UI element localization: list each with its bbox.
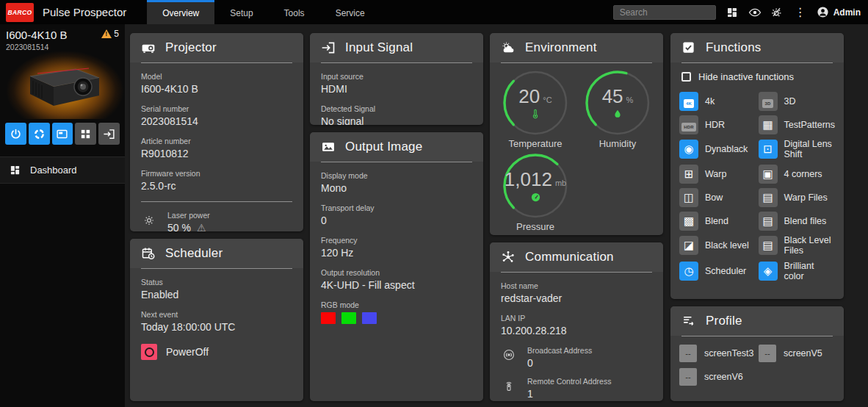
card-title: Output Image: [345, 140, 422, 154]
gauge-humidity: 45%Humidity: [576, 69, 659, 149]
field-value: 2023081514: [141, 115, 292, 127]
power-button[interactable]: [5, 123, 26, 145]
tab-overview[interactable]: Overview: [147, 0, 214, 24]
tab-service[interactable]: Service: [320, 0, 380, 24]
laser-warning-icon: ⚠: [197, 222, 206, 231]
field: Transport delay0: [321, 204, 472, 226]
profile-badge[interactable]: --: [679, 368, 697, 386]
function-item-hdr: HDRHDR: [679, 115, 756, 134]
field: LAN IP10.200.28.218: [501, 314, 652, 336]
osd-button[interactable]: [52, 123, 73, 145]
tab-bar: OverviewSetupToolsService: [147, 0, 380, 24]
hide-inactive-label: Hide inactive functions: [698, 71, 794, 82]
hdr-function-button[interactable]: HDR: [679, 115, 698, 134]
topbar-actions: ⋮ Admin: [613, 0, 861, 24]
hdr-icon: HDR: [681, 118, 696, 132]
profile-label: screenTest3: [704, 348, 753, 359]
device-warnings[interactable]: 5: [101, 29, 119, 39]
lights-off-icon[interactable]: [771, 6, 784, 19]
output-image-icon: [321, 140, 336, 154]
gauge-icon: [530, 192, 541, 204]
warp-files-function-button[interactable]: ▤: [759, 188, 778, 207]
test-pattern-button[interactable]: [75, 123, 96, 145]
field-label: Detected Signal: [321, 104, 472, 113]
kebab-menu-icon[interactable]: ⋮: [794, 6, 807, 19]
field-value: HDMI: [321, 83, 472, 95]
bow-icon: ◫: [684, 191, 694, 204]
function-label: Scheduler: [705, 266, 746, 276]
test-patterns-function-button[interactable]: ▦: [759, 115, 778, 134]
profile-item: --screenTest3: [679, 345, 756, 362]
blend-files-function-button[interactable]: ▤: [759, 212, 778, 231]
gauge-temperature: 20°CTemperature: [494, 69, 576, 149]
hide-inactive-checkbox[interactable]: [681, 72, 691, 82]
field-label: Status: [141, 278, 292, 287]
field-label: Article number: [141, 137, 292, 145]
shutter-button[interactable]: [29, 123, 50, 145]
environment-card: Environment 20°CTemperature45%Humidity1,…: [490, 33, 663, 235]
search-input[interactable]: [613, 5, 716, 20]
eye-icon[interactable]: [748, 6, 762, 19]
brilliant-color-icon: ◈: [764, 264, 773, 278]
tab-tools[interactable]: Tools: [269, 0, 320, 24]
field: Host nameredstar-vader: [501, 281, 652, 304]
card-title: Input Signal: [345, 40, 413, 55]
3d-function-button[interactable]: 3D: [759, 92, 778, 111]
output-image-card: Output Image Display modeMonoTransport d…: [310, 132, 483, 401]
laser-power-row: Laser power 50 %⚠: [130, 209, 303, 231]
profile-badge[interactable]: --: [679, 345, 697, 362]
rgb-swatch-1: [341, 312, 356, 324]
function-label: Warp Files: [784, 192, 828, 203]
tab-setup[interactable]: Setup: [214, 0, 268, 24]
field-label: Remote Control Address: [527, 377, 611, 386]
profile-icon: [681, 314, 696, 328]
profile-label: screenV6: [704, 372, 743, 382]
side-nav: Dashboard: [0, 156, 125, 184]
black-level-files-function-button[interactable]: ▤: [759, 236, 778, 255]
field-value: 1: [527, 388, 611, 400]
gauge-label: Pressure: [516, 221, 554, 232]
dynablack-function-button[interactable]: ◉: [679, 140, 698, 159]
device-serial: 2023081514: [6, 43, 67, 51]
field-value: 4K-UHD - Fill aspect: [321, 279, 472, 291]
next-event-row: PowerOff: [130, 342, 303, 361]
black-level-function-button[interactable]: ◪: [679, 236, 698, 255]
scheduler-function-button[interactable]: ◷: [679, 262, 698, 281]
bow-function-button[interactable]: ◫: [679, 188, 698, 207]
four-corners-function-button[interactable]: ▣: [759, 165, 778, 184]
field: Frequency120 Hz: [321, 236, 472, 259]
droplet-icon: [612, 109, 623, 120]
field-label: Next event: [141, 310, 292, 319]
field-label: Firmware version: [141, 169, 292, 178]
shutter-icon: [33, 128, 46, 140]
blend-function-button[interactable]: ▩: [679, 212, 698, 231]
input-source-button[interactable]: [98, 123, 120, 145]
sidebar-item-dashboard[interactable]: Dashboard: [0, 157, 125, 183]
remote-icon: [501, 377, 517, 400]
environment-gauges: 20°CTemperature45%Humidity1,012mbPressur…: [490, 63, 663, 235]
function-item-4k: 4K4k: [679, 92, 756, 111]
function-label: Warp: [705, 169, 726, 179]
field-label: Input source: [321, 72, 472, 81]
barco-logo: BARCO: [6, 3, 34, 22]
function-label: Digital Lens Shift: [784, 139, 835, 160]
brilliant-color-function-button[interactable]: ◈: [759, 262, 778, 281]
warning-count: 5: [114, 29, 119, 39]
dashboard-icon: [10, 165, 21, 176]
field: Next eventToday 18:00:00 UTC: [141, 310, 292, 333]
user-menu[interactable]: Admin: [817, 6, 861, 18]
user-label: Admin: [833, 7, 861, 18]
function-item-blend: ▩Blend: [679, 212, 756, 231]
field-label: Frequency: [321, 236, 472, 245]
apps-grid-icon[interactable]: [726, 6, 739, 19]
function-label: 3D: [784, 96, 796, 107]
4k-function-button[interactable]: 4K: [679, 92, 698, 111]
thermometer-icon: [530, 109, 540, 120]
digital-lens-shift-function-button[interactable]: ⊡: [759, 140, 778, 159]
field-value: 0: [321, 215, 472, 226]
blend-icon: ▩: [684, 215, 694, 228]
warp-function-button[interactable]: ⊞: [679, 165, 698, 184]
hide-inactive-toggle[interactable]: Hide inactive functions: [670, 63, 844, 85]
profile-badge[interactable]: --: [759, 345, 776, 362]
functions-card: Functions Hide inactive functions 4K4k3D…: [670, 33, 844, 299]
